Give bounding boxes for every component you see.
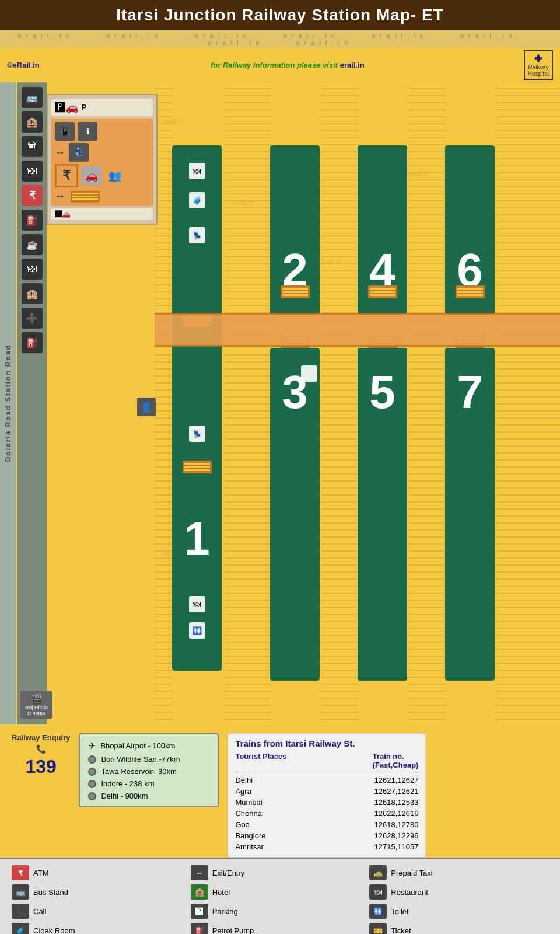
circle-icon-1 xyxy=(88,755,96,764)
legend-petrol-icon: ⛽ xyxy=(191,923,208,934)
trains-title: Trains from Itarsi Railway St. xyxy=(235,738,418,748)
trains-num-chennai: 12622,12616 xyxy=(374,809,419,818)
trains-col2-header: Train no.(Fast,Cheap) xyxy=(373,752,419,769)
trains-num-mumbai: 12618,12533 xyxy=(374,798,419,807)
parking-car-icon: 🅿🚗 xyxy=(55,101,78,114)
parking-row: 🅿🚗 P xyxy=(51,99,153,116)
trains-place-banglore: Banglore xyxy=(235,831,265,840)
dist-text-1: Bhopal Airpot - 100km xyxy=(100,741,175,750)
arrows-icon: ↔ xyxy=(55,147,65,159)
legend-cloakroom: 🧳 Cloak Room xyxy=(12,923,191,934)
cinema-box: 🎬 Raj Rituja Cinema xyxy=(20,691,52,719)
dist-row-4: Indore - 238 km xyxy=(88,779,209,788)
legend-rest-icon: 🍽 xyxy=(369,884,387,900)
legend-petrol-label: Petrol Pump xyxy=(212,926,254,935)
legend-call: 📞 Call xyxy=(12,904,191,919)
track-stripe-4 xyxy=(496,82,560,724)
circle-icon-4 xyxy=(88,792,96,800)
stairs-p2 xyxy=(281,285,310,298)
info-ticket-row: 📱 ℹ xyxy=(55,122,149,141)
parking-label: P xyxy=(82,103,86,111)
dist-row-5: Delhi - 900km xyxy=(88,792,209,800)
orange-section-top: 📱 ℹ ↔ 💺 ₹ 🚗 👥 ↔ xyxy=(51,119,153,206)
dist-text-4: Indore - 238 km xyxy=(101,779,154,788)
legend-call-icon: 📞 xyxy=(12,904,29,919)
rupee-car-row: ₹ 🚗 👥 xyxy=(55,164,149,187)
legend-taxi-label: Prepaid Taxi xyxy=(391,869,432,877)
track-stripe-2 xyxy=(321,82,359,724)
seating-icon: 💺 xyxy=(69,143,89,162)
circle-icon-2 xyxy=(88,768,96,776)
trains-place-goa: Goa xyxy=(235,820,250,829)
stairs-p6 xyxy=(456,285,485,298)
legend-taxi-icon: 🚕 xyxy=(369,865,387,880)
legend-hotel-label: Hotel xyxy=(212,888,230,897)
arrow-row-bottom: ↔ xyxy=(55,190,149,203)
legend-rest-label: Restaurant xyxy=(391,888,428,897)
bus-icon: 🚌 xyxy=(22,87,43,108)
hotel-icon-2: 🏨 xyxy=(22,283,43,304)
legend-exit: ↔ Exit/Entry xyxy=(191,865,370,880)
watermark-bar: erail.in erail.in erail.in erail.in erai… xyxy=(0,30,560,48)
rupee-box: ₹ xyxy=(55,164,78,187)
food-icon-1: 🍽 xyxy=(22,161,43,182)
trains-box: Trains from Itarsi Railway St. Tourist P… xyxy=(228,733,426,858)
parking-icon-bottom: 🅿🚗 xyxy=(55,210,71,218)
bottom-parking: 🅿🚗 xyxy=(51,208,153,220)
info-icon: ℹ xyxy=(78,122,97,141)
trains-place-mumbai: Mumbai xyxy=(235,798,262,807)
platform-5-number: 5 xyxy=(369,365,396,419)
trains-col1-header: Tourist Places xyxy=(235,752,286,769)
legend-parking-icon: 🅿 xyxy=(191,904,208,919)
enquiry-number: 139 xyxy=(12,756,70,778)
trains-row-banglore: Banglore 12628,12296 xyxy=(235,830,418,841)
people-icon: 👥 xyxy=(105,164,125,187)
car-icon: 🚗 xyxy=(82,166,102,185)
legend-atm: ₹ ATM xyxy=(12,865,191,880)
platform-6: 6 xyxy=(445,145,495,315)
coffee-icon: ☕ xyxy=(22,234,43,255)
platform-1-food-icon2: 🍽 xyxy=(189,596,205,612)
legend-col-3: 🚕 Prepaid Taxi 🍽 Restaurant 🚻 Toilet 🎫 T… xyxy=(369,865,548,934)
platform-3: 3 xyxy=(270,348,320,681)
station-building: 🅿🚗 P 📱 ℹ ↔ 💺 ₹ 🚗 👥 ↔ xyxy=(47,94,158,225)
double-arrow-icon: ↔ xyxy=(55,190,65,203)
legend-col-1: ₹ ATM 🚌 Bus Stand 📞 Call 🧳 Cloak Room ☕ … xyxy=(12,865,191,934)
cinema-label: Raj Rituja Cinema xyxy=(25,705,48,716)
info-bar: ©eRail.in for Railway information please… xyxy=(0,48,560,82)
trains-row-amritsar: Amritsar 12715,11057 xyxy=(235,841,418,852)
legend-ticket-label: Ticket xyxy=(391,926,411,935)
trains-place-chennai: Chennai xyxy=(235,809,263,818)
dist-text-2: Bori Wildlife San.-77km xyxy=(101,755,180,764)
trains-num-delhi: 12621,12627 xyxy=(374,776,419,785)
map-area: erail.in erail.in erail.in erail.in erai… xyxy=(0,82,560,724)
mobile-icon: 📱 xyxy=(55,122,75,141)
medical-icon: ➕ xyxy=(22,308,43,329)
legend-cloak-icon: 🧳 xyxy=(12,923,29,934)
legend-restaurant: 🍽 Restaurant xyxy=(369,884,548,900)
petrol-icon-1: ⛽ xyxy=(22,210,43,231)
dist-row-2: Bori Wildlife San.-77km xyxy=(88,755,209,764)
distances-box: ✈ Bhopal Airpot - 100km Bori Wildlife Sa… xyxy=(79,733,219,807)
legend: ₹ ATM 🚌 Bus Stand 📞 Call 🧳 Cloak Room ☕ … xyxy=(0,858,560,934)
trains-header: Tourist Places Train no.(Fast,Cheap) xyxy=(235,752,418,772)
platform-1-number: 1 xyxy=(184,512,210,566)
platform-1-luggage-icon: 🧳 xyxy=(189,192,205,208)
legend-atm-label: ATM xyxy=(33,869,48,877)
cinema-icon: 🎬 xyxy=(23,693,50,705)
plane-icon: ✈ xyxy=(88,740,96,751)
trains-num-amritsar: 12715,11057 xyxy=(374,842,419,851)
hospital-label: RailwayHospital xyxy=(528,64,549,77)
platform-7-number: 7 xyxy=(457,365,483,419)
platform-4: 4 xyxy=(358,145,407,315)
platform-3-stairs-icon xyxy=(301,365,317,382)
trains-row-agra: Agra 12627,12621 xyxy=(235,786,418,797)
hospital-plus-icon: ✚ xyxy=(534,53,542,64)
platform-5: 5 xyxy=(358,348,407,681)
dist-row-3: Tawa Reservoir- 30km xyxy=(88,767,209,776)
trains-row-mumbai: Mumbai 12618,12533 xyxy=(235,797,418,808)
trains-row-goa: Goa 12618,12780 xyxy=(235,819,418,830)
legend-ticket-icon: 🎫 xyxy=(369,923,387,934)
temple-icon: 🏛 xyxy=(22,136,43,157)
page-title: Itarsi Junction Railway Station Map- ET xyxy=(0,0,560,30)
